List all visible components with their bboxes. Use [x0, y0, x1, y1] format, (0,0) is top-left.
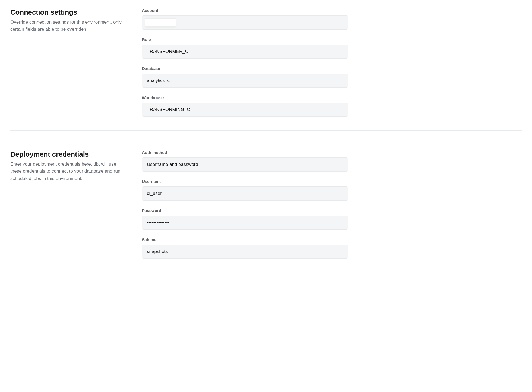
- connection-settings-description: Override connection settings for this en…: [10, 19, 126, 33]
- password-label: Password: [142, 208, 348, 213]
- schema-label: Schema: [142, 237, 348, 242]
- deployment-credentials-form: Auth method Username Password Schema: [142, 150, 348, 259]
- password-group: Password: [142, 208, 348, 230]
- role-label: Role: [142, 37, 348, 42]
- deployment-credentials-section: Deployment credentials Enter your deploy…: [10, 131, 522, 272]
- password-input[interactable]: [142, 216, 348, 230]
- connection-settings-title: Connection settings: [10, 8, 126, 17]
- schema-group: Schema: [142, 237, 348, 259]
- account-redacted-overlay: [145, 18, 176, 27]
- connection-settings-form: Account Role Database Warehouse: [142, 8, 348, 117]
- deployment-credentials-description: Enter your deployment credentials here. …: [10, 161, 126, 182]
- deployment-credentials-title: Deployment credentials: [10, 150, 126, 159]
- username-input[interactable]: [142, 186, 348, 201]
- role-input[interactable]: [142, 45, 348, 59]
- database-group: Database: [142, 66, 348, 88]
- username-group: Username: [142, 179, 348, 201]
- connection-settings-section: Connection settings Override connection …: [10, 5, 522, 130]
- schema-input[interactable]: [142, 245, 348, 259]
- deployment-credentials-sidebar: Deployment credentials Enter your deploy…: [10, 150, 126, 259]
- account-label: Account: [142, 8, 348, 13]
- database-input[interactable]: [142, 74, 348, 88]
- auth-method-group: Auth method: [142, 150, 348, 172]
- database-label: Database: [142, 66, 348, 71]
- auth-method-input[interactable]: [142, 157, 348, 172]
- warehouse-label: Warehouse: [142, 95, 348, 100]
- warehouse-group: Warehouse: [142, 95, 348, 117]
- auth-method-label: Auth method: [142, 150, 348, 155]
- account-input[interactable]: [142, 15, 348, 30]
- connection-settings-sidebar: Connection settings Override connection …: [10, 8, 126, 117]
- role-group: Role: [142, 37, 348, 59]
- username-label: Username: [142, 179, 348, 184]
- account-group: Account: [142, 8, 348, 30]
- warehouse-input[interactable]: [142, 103, 348, 117]
